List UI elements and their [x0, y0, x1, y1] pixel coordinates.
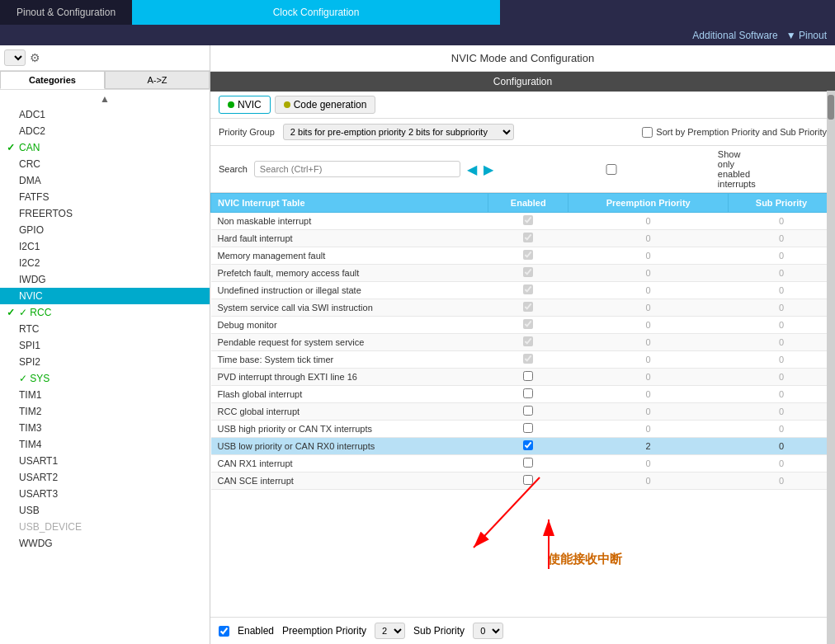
search-dropdown[interactable]: [4, 49, 26, 66]
interrupt-sub: 0: [728, 317, 834, 334]
sidebar-item-rcc[interactable]: ✓ RCC: [0, 304, 210, 321]
search-input[interactable]: [254, 161, 460, 177]
sidebar-item-usb-device[interactable]: USB_DEVICE: [0, 519, 210, 535]
interrupt-enabled: [488, 282, 568, 299]
priority-group-label: Priority Group: [219, 127, 275, 137]
sidebar-item-tim4[interactable]: TIM4: [0, 436, 210, 453]
priority-group-select[interactable]: 2 bits for pre-emption priority 2 bits f…: [283, 124, 514, 140]
sidebar-item-fatfs[interactable]: FATFS: [0, 189, 210, 205]
scrollbar-thumb[interactable]: [828, 95, 834, 120]
bottom-sub-priority-select[interactable]: 0 1 2 3: [473, 623, 503, 639]
search-row: Search ◀ ▶ Show only enabled interrupts: [210, 146, 835, 193]
sidebar-item-i2c2[interactable]: I2C2: [0, 255, 210, 271]
sidebar-item-usart1[interactable]: USART1: [0, 453, 210, 469]
tab-code-generation[interactable]: Code generation: [275, 96, 376, 114]
sidebar-item-rtc[interactable]: RTC: [0, 321, 210, 337]
sidebar-item-can[interactable]: CAN: [0, 139, 210, 156]
sidebar-item-freertos[interactable]: FREERTOS: [0, 205, 210, 222]
search-label: Search: [219, 164, 248, 174]
enabled-checkbox[interactable]: [523, 475, 533, 485]
interrupt-enabled: [488, 299, 568, 317]
gear-icon[interactable]: ⚙: [30, 51, 40, 64]
enabled-checkbox[interactable]: [523, 371, 533, 381]
tab-a-z[interactable]: A->Z: [105, 71, 210, 89]
table-row-selected[interactable]: USB low priority or CAN RX0 interrupts 2…: [211, 438, 835, 455]
sidebar-item-usart2[interactable]: USART2: [0, 469, 210, 486]
interrupt-enabled: [488, 265, 568, 282]
table-row: Time base: System tick timer 0 0: [211, 351, 835, 369]
sidebar-item-tim3[interactable]: TIM3: [0, 420, 210, 436]
sidebar-item-crc[interactable]: CRC: [0, 156, 210, 172]
bottom-preemption-select[interactable]: 2 0 1 3: [375, 623, 405, 639]
sidebar-item-tim2[interactable]: TIM2: [0, 403, 210, 420]
interrupt-preemption: 0: [568, 247, 729, 265]
interrupt-name: Pendable request for system service: [211, 334, 488, 351]
second-bar: Additional Software ▼ Pinout: [0, 25, 835, 45]
enabled-checkbox[interactable]: [523, 233, 533, 242]
interrupt-preemption: 0: [568, 317, 729, 334]
nav-right-icon[interactable]: ▶: [484, 162, 493, 177]
sidebar-item-usb[interactable]: USB: [0, 502, 210, 519]
sidebar-item-sys[interactable]: ✓ SYS: [0, 370, 210, 387]
sidebar: ⚙ Categories A->Z ▲ ADC1 ADC2 CAN CRC DM…: [0, 45, 210, 644]
enabled-checkbox[interactable]: [523, 388, 533, 398]
pinout-config-tab[interactable]: Pinout & Configuration: [0, 0, 132, 25]
col-header-preemption: Preemption Priority: [568, 194, 729, 213]
interrupt-sub: 0: [728, 265, 834, 282]
enabled-checkbox[interactable]: [523, 406, 533, 416]
scroll-up-indicator: ▲: [0, 92, 210, 106]
pinout-btn[interactable]: ▼ Pinout: [786, 30, 827, 41]
sidebar-item-spi2[interactable]: SPI2: [0, 354, 210, 370]
sidebar-item-dma[interactable]: DMA: [0, 172, 210, 189]
enabled-checkbox[interactable]: [523, 215, 533, 225]
sort-checkbox[interactable]: [642, 127, 653, 138]
table-row: PVD interrupt through EXTI line 16 0 0: [211, 369, 835, 386]
sidebar-item-iwdg[interactable]: IWDG: [0, 271, 210, 288]
enabled-checkbox[interactable]: [523, 336, 533, 346]
sidebar-item-adc2[interactable]: ADC2: [0, 123, 210, 139]
interrupt-enabled: [488, 247, 568, 265]
nav-left-icon[interactable]: ◀: [467, 162, 477, 177]
interrupt-enabled: [488, 213, 568, 230]
interrupt-enabled: [488, 421, 568, 438]
interrupt-name: PVD interrupt through EXTI line 16: [211, 369, 488, 386]
interrupt-preemption: 2: [568, 438, 729, 455]
enabled-checkbox[interactable]: [523, 319, 533, 329]
enabled-checkbox[interactable]: [523, 267, 533, 277]
interrupt-preemption: 0: [568, 334, 729, 351]
enabled-checkbox[interactable]: [523, 440, 533, 450]
config-bar: Configuration: [210, 72, 835, 92]
sidebar-item-tim1[interactable]: TIM1: [0, 387, 210, 403]
content: NVIC Mode and Configuration Configuratio…: [210, 45, 835, 644]
enabled-checkbox[interactable]: [523, 250, 533, 260]
sidebar-item-usart3[interactable]: USART3: [0, 486, 210, 502]
interrupt-preemption: 0: [568, 369, 729, 386]
enabled-checkbox[interactable]: [523, 284, 533, 294]
sidebar-item-spi1[interactable]: SPI1: [0, 337, 210, 354]
bottom-enabled-checkbox[interactable]: [219, 626, 229, 637]
interrupt-sub: 0: [728, 386, 834, 403]
nvic-tabs: NVIC Code generation: [210, 92, 835, 119]
additional-software-label: Additional Software: [692, 30, 777, 41]
sidebar-item-adc1[interactable]: ADC1: [0, 106, 210, 123]
clock-config-tab[interactable]: Clock Configuration: [132, 0, 500, 25]
tab-categories[interactable]: Categories: [0, 71, 105, 89]
tab-nvic[interactable]: NVIC: [219, 96, 271, 114]
sidebar-item-wwdg[interactable]: WWDG: [0, 535, 210, 552]
enabled-checkbox[interactable]: [523, 302, 533, 312]
show-enabled-checkbox[interactable]: [508, 164, 715, 175]
table-row: USB high priority or CAN TX interrupts 0…: [211, 421, 835, 438]
code-gen-dot: [284, 101, 290, 108]
enabled-checkbox[interactable]: [523, 423, 533, 433]
interrupt-sub: 0: [728, 230, 834, 247]
table-row: Prefetch fault, memory access fault 0 0: [211, 265, 835, 282]
enabled-checkbox[interactable]: [523, 458, 533, 468]
interrupt-name: USB high priority or CAN TX interrupts: [211, 421, 488, 438]
table-row: System service call via SWI instruction …: [211, 299, 835, 317]
sidebar-item-nvic[interactable]: NVIC: [0, 288, 210, 304]
sidebar-item-gpio[interactable]: GPIO: [0, 222, 210, 238]
sidebar-item-i2c1[interactable]: I2C1: [0, 238, 210, 255]
enabled-checkbox[interactable]: [523, 354, 533, 364]
right-scrollbar[interactable]: [827, 91, 835, 644]
interrupt-sub: 0: [728, 472, 834, 490]
